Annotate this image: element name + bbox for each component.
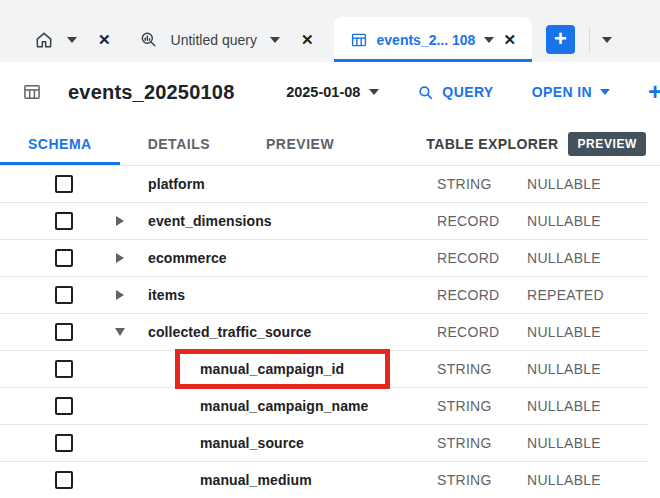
field-mode: NULLABLE bbox=[527, 398, 648, 414]
open-in-label: OPEN IN bbox=[532, 84, 592, 100]
field-type: STRING bbox=[437, 361, 527, 377]
row-checkbox[interactable] bbox=[55, 471, 73, 489]
expander-icon[interactable] bbox=[116, 253, 124, 263]
search-icon bbox=[417, 84, 434, 101]
field-name: ecommerce bbox=[148, 250, 227, 266]
page-title: events_20250108 bbox=[68, 81, 234, 104]
checkbox-cell bbox=[0, 397, 92, 415]
chevron-down-icon bbox=[369, 89, 379, 95]
row-checkbox[interactable] bbox=[55, 212, 73, 230]
table-row: ecommerce RECORD NULLABLE bbox=[0, 240, 648, 277]
field-mode: REPEATED bbox=[527, 287, 648, 303]
checkbox-cell bbox=[0, 360, 92, 378]
table-row: manual_campaign_id STRING NULLABLE bbox=[0, 351, 648, 388]
preview-badge: PREVIEW bbox=[568, 132, 646, 156]
checkbox-cell bbox=[0, 175, 92, 193]
tab-details[interactable]: DETAILS bbox=[120, 122, 238, 165]
field-name-cell: ecommerce bbox=[148, 249, 437, 267]
row-checkbox[interactable] bbox=[55, 397, 73, 415]
table-row: items RECORD REPEATED bbox=[0, 277, 648, 314]
expander-cell bbox=[92, 253, 148, 263]
table-row: collected_traffic_source RECORD NULLABLE bbox=[0, 314, 648, 351]
checkbox-cell bbox=[0, 323, 92, 341]
field-name: manual_source bbox=[200, 435, 304, 451]
field-name: platform bbox=[148, 176, 205, 192]
table-explorer-label: TABLE EXPLORER bbox=[426, 136, 558, 152]
close-icon[interactable]: ✕ bbox=[503, 32, 516, 47]
field-type: STRING bbox=[437, 176, 527, 192]
field-name-cell: collected_traffic_source bbox=[148, 323, 437, 341]
share-plus-icon[interactable]: + bbox=[648, 78, 660, 106]
editor-tab-bar: ✕ Untitled query ✕ events_2... 108 bbox=[0, 0, 660, 62]
chevron-down-icon[interactable] bbox=[67, 37, 77, 43]
row-checkbox[interactable] bbox=[55, 249, 73, 267]
field-name: event_dimensions bbox=[148, 213, 272, 229]
field-name-cell: manual_source bbox=[148, 434, 437, 452]
field-name-cell: items bbox=[148, 286, 437, 304]
section-tab-strip: SCHEMA DETAILS PREVIEW TABLE EXPLORER PR… bbox=[0, 122, 660, 166]
tab-preview[interactable]: PREVIEW bbox=[238, 122, 362, 165]
checkbox-cell bbox=[0, 286, 92, 304]
table-row: manual_campaign_name STRING NULLABLE bbox=[0, 388, 648, 425]
field-type: STRING bbox=[437, 472, 527, 488]
field-type: RECORD bbox=[437, 324, 527, 340]
field-mode: NULLABLE bbox=[527, 472, 648, 488]
schema-row-list: platform STRING NULLABLE event_dimension… bbox=[0, 166, 648, 498]
checkbox-cell bbox=[0, 471, 92, 489]
field-mode: NULLABLE bbox=[527, 361, 648, 377]
expander-icon[interactable] bbox=[115, 328, 125, 336]
chevron-down-icon[interactable] bbox=[484, 37, 494, 43]
expander-cell bbox=[92, 290, 148, 300]
table-row: platform STRING NULLABLE bbox=[0, 166, 648, 203]
table-header: events_20250108 2025-01-08 QUERY OPEN IN… bbox=[0, 62, 660, 122]
compose-new-query-button[interactable]: + bbox=[546, 25, 575, 54]
field-type: RECORD bbox=[437, 287, 527, 303]
tab-table-explorer[interactable]: TABLE EXPLORER PREVIEW bbox=[426, 122, 660, 165]
tab-schema[interactable]: SCHEMA bbox=[0, 122, 120, 165]
tab-label: Untitled query bbox=[171, 32, 257, 48]
field-type: STRING bbox=[437, 435, 527, 451]
field-name-cell: manual_campaign_name bbox=[148, 397, 437, 415]
checkbox-cell bbox=[0, 212, 92, 230]
close-icon[interactable]: ✕ bbox=[301, 32, 314, 47]
chevron-down-icon[interactable] bbox=[602, 37, 612, 43]
table-row: event_dimensions RECORD NULLABLE bbox=[0, 203, 648, 240]
chevron-down-icon[interactable] bbox=[270, 37, 280, 43]
table-icon bbox=[22, 82, 42, 102]
date-shard-selector[interactable]: 2025-01-08 bbox=[286, 84, 379, 100]
date-value: 2025-01-08 bbox=[286, 84, 360, 100]
field-mode: NULLABLE bbox=[527, 250, 648, 266]
open-in-button[interactable]: OPEN IN bbox=[532, 84, 610, 100]
checkbox-cell bbox=[0, 434, 92, 452]
tab-untitled-query[interactable]: Untitled query ✕ bbox=[125, 17, 328, 62]
table-row: manual_source STRING NULLABLE bbox=[0, 425, 648, 462]
field-type: RECORD bbox=[437, 250, 527, 266]
field-name: manual_campaign_name bbox=[200, 398, 369, 414]
home-icon bbox=[34, 30, 54, 50]
chevron-down-icon bbox=[600, 89, 610, 95]
field-name: manual_medium bbox=[200, 472, 312, 488]
query-button[interactable]: QUERY bbox=[417, 84, 493, 101]
row-checkbox[interactable] bbox=[55, 286, 73, 304]
field-mode: NULLABLE bbox=[527, 176, 648, 192]
field-name-cell: platform bbox=[148, 175, 437, 193]
row-checkbox[interactable] bbox=[55, 323, 73, 341]
field-name-cell: manual_medium bbox=[148, 471, 437, 489]
expander-cell bbox=[92, 216, 148, 226]
row-checkbox[interactable] bbox=[55, 434, 73, 452]
table-row: manual_medium STRING NULLABLE bbox=[0, 462, 648, 498]
query-icon bbox=[139, 30, 158, 49]
tab-label: events_2... 108 bbox=[377, 32, 476, 48]
field-name-cell: manual_campaign_id bbox=[148, 360, 437, 378]
expander-icon[interactable] bbox=[116, 290, 124, 300]
field-mode: NULLABLE bbox=[527, 435, 648, 451]
field-mode: NULLABLE bbox=[527, 213, 648, 229]
row-checkbox[interactable] bbox=[55, 175, 73, 193]
field-name: manual_campaign_id bbox=[200, 361, 344, 377]
field-name-cell: event_dimensions bbox=[148, 212, 437, 230]
close-icon[interactable]: ✕ bbox=[98, 32, 111, 47]
tab-events-table[interactable]: events_2... 108 ✕ bbox=[334, 17, 532, 62]
tab-home[interactable]: ✕ bbox=[20, 17, 125, 62]
expander-icon[interactable] bbox=[116, 216, 124, 226]
row-checkbox[interactable] bbox=[55, 360, 73, 378]
